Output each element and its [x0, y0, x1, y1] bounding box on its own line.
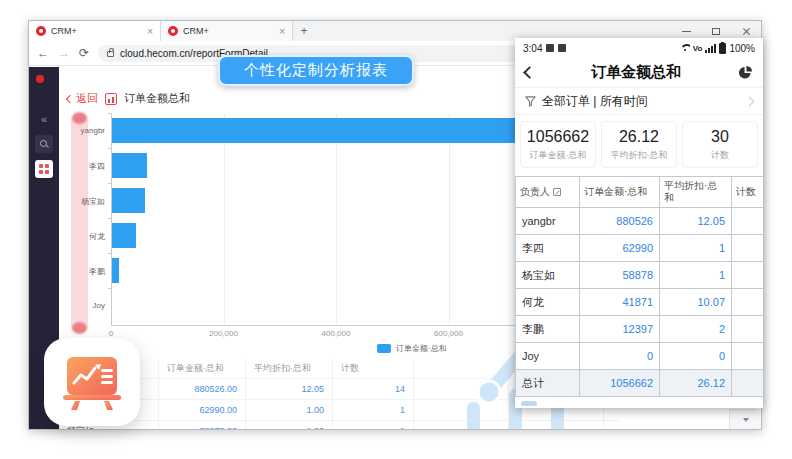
panel-table-cell: Joy [516, 343, 580, 370]
panel-table-cell: 12.05 [660, 208, 732, 235]
lock-icon [107, 51, 114, 57]
column-header: 订单金额·总和 [159, 359, 246, 378]
chart-gridline [449, 113, 450, 325]
panel-table-cell: 41871 [580, 289, 660, 316]
bar-杨宝如[interactable] [112, 188, 145, 213]
x-tick-label: 0 [81, 329, 141, 338]
browser-tab-2[interactable]: CRM+ × [161, 21, 293, 41]
panel-nav-bar: 订单金额总和 [515, 58, 763, 88]
new-tab-button[interactable]: + [293, 21, 315, 41]
y-tick [108, 113, 111, 114]
panel-table-row: yangbr88052612.05 [516, 208, 764, 235]
table-cell: 1.00 [246, 421, 333, 429]
table-cell [509, 421, 604, 429]
scrollbar-corner[interactable] [729, 409, 761, 429]
x-tick-label: 200,000 [194, 329, 254, 338]
browser-back-button[interactable]: ← [37, 46, 49, 60]
hecom-logo-icon [36, 75, 44, 83]
back-link[interactable]: 返回 [67, 91, 98, 106]
sidebar-search-button[interactable] [35, 135, 53, 153]
y-tick [108, 183, 111, 184]
clock-text: 3:04 [523, 43, 542, 54]
column-header [414, 359, 509, 378]
pie-chart-icon[interactable] [738, 65, 753, 80]
mobile-preview-panel: 3:04 Vo 100% 订单金额总和 全部订单 | 所有时间 1056662订… [515, 38, 763, 408]
table-cell [414, 379, 509, 399]
battery-icon [719, 43, 726, 54]
y-tick [108, 148, 111, 149]
table-cell: 880526.00 [159, 379, 246, 399]
stat-label: 计数 [685, 149, 755, 162]
bar-李鹏[interactable] [112, 258, 119, 283]
panel-table-cell: 58878 [580, 262, 660, 289]
report-app-launcher[interactable] [44, 338, 140, 426]
panel-table-cell [732, 262, 764, 289]
y-tick [108, 288, 111, 289]
table-cell: 1 [333, 421, 414, 429]
panel-table-cell: 62990 [580, 235, 660, 262]
panel-data-table: 负责人订单金额·总和平均折扣·总和计数yangbr88052612.05李四62… [515, 176, 763, 397]
bar-何龙[interactable] [112, 223, 136, 248]
panel-table-cell [732, 289, 764, 316]
stat-card: 30计数 [682, 121, 758, 168]
panel-table-cell: 10.07 [660, 289, 732, 316]
report-doc-icon [105, 93, 117, 105]
bar-李四[interactable] [112, 153, 147, 178]
annotation-callout: 个性化定制分析报表 [218, 55, 414, 86]
tab-close-icon[interactable]: × [279, 26, 285, 37]
panel-table-cell [732, 370, 764, 397]
sidebar-item-report-active[interactable] [35, 160, 53, 178]
panel-table-wrap[interactable]: 负责人订单金额·总和平均折扣·总和计数yangbr88052612.05李四62… [515, 176, 763, 397]
panel-column-header: 订单金额·总和 [580, 177, 660, 208]
notification-icon [558, 44, 566, 52]
horizontal-scrollbar-thumb[interactable] [521, 401, 537, 406]
table-cell: 62990.00 [159, 400, 246, 420]
scroll-down-icon [743, 418, 749, 422]
stat-label: 订单金额·总和 [523, 149, 593, 162]
tab-title: CRM+ [51, 26, 142, 36]
panel-table-cell: 1056662 [580, 370, 660, 397]
panel-table-header-row: 负责人订单金额·总和平均折扣·总和计数 [516, 177, 764, 208]
report-grid-icon [39, 164, 49, 174]
panel-table-cell: 12397 [580, 316, 660, 343]
table-cell: 12.05 [246, 379, 333, 399]
panel-table-cell: 0 [580, 343, 660, 370]
browser-forward-button[interactable]: → [58, 46, 70, 60]
x-tick-label: 400,000 [306, 329, 366, 338]
search-icon [40, 140, 48, 148]
panel-table-cell: yangbr [516, 208, 580, 235]
panel-table-cell [732, 316, 764, 343]
tab-close-icon[interactable]: × [147, 26, 153, 37]
panel-title: 订单金额总和 [534, 63, 738, 82]
notification-icon [546, 44, 554, 52]
table-cell: 1 [333, 400, 414, 420]
column-header: 平均折扣·总和 [246, 359, 333, 378]
battery-percent: 100% [729, 43, 755, 54]
x-tick-label: 600,000 [419, 329, 479, 338]
panel-table-cell: 880526 [580, 208, 660, 235]
panel-column-header: 计数 [732, 177, 764, 208]
browser-tab-1[interactable]: CRM+ × [29, 21, 161, 41]
panel-table-cell [732, 343, 764, 370]
stat-value: 26.12 [604, 128, 674, 146]
chart-legend: 订单金额·总和 [377, 343, 447, 354]
panel-table-cell: 李四 [516, 235, 580, 262]
table-cell: 14 [333, 379, 414, 399]
panel-column-header: 负责人 [516, 177, 580, 208]
panel-table-row: 李四629901 [516, 235, 764, 262]
stat-card: 26.12平均折扣·总和 [601, 121, 677, 168]
presentation-chart-icon [61, 353, 123, 411]
browser-refresh-button[interactable]: ⟳ [79, 46, 89, 60]
stat-label: 平均折扣·总和 [604, 149, 674, 162]
sidebar-collapse-button[interactable]: « [29, 113, 59, 125]
panel-table-row: Joy00 [516, 343, 764, 370]
panel-table-cell: 1 [660, 262, 732, 289]
stat-value: 1056662 [523, 128, 593, 146]
freeze-column-icon[interactable] [553, 188, 561, 196]
column-header: 计数 [333, 359, 414, 378]
stat-value: 30 [685, 128, 755, 146]
panel-table-row: 总计105666226.12 [516, 370, 764, 397]
filter-row[interactable]: 全部订单 | 所有时间 [515, 88, 763, 115]
table-cell [414, 400, 509, 420]
volte-icon: Vo [693, 44, 703, 53]
